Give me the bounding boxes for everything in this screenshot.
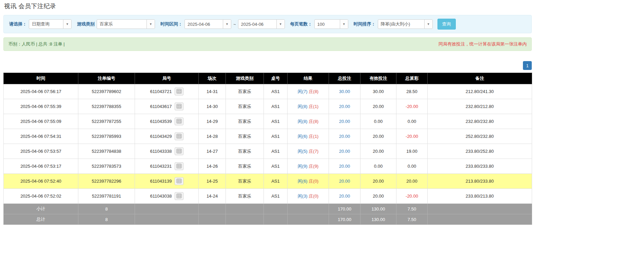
dice-icon [176,104,182,109]
date-range-separator: ~ [233,22,236,27]
sort-order-label: 时间排序： [354,21,376,27]
round-video-button[interactable] [175,117,183,125]
table-row: 2025-04-06 07:56:17522397789602611043721… [4,84,532,99]
total-bet-link[interactable]: 20.00 [339,179,350,184]
cell-valid-bet: 20.00 [360,144,396,159]
round-video-button[interactable] [175,88,183,95]
column-header: 局号 [135,73,199,84]
query-type-dropdown-button[interactable]: ▼ [63,20,71,29]
cell-table-no: AS1 [264,159,288,174]
column-header: 结果 [288,73,329,84]
totals-cell: 7.50 [396,204,428,214]
total-bet-link[interactable]: 20.00 [339,104,350,109]
result-banker: 庄(0) [309,194,318,199]
time-range-label: 时间区间： [160,21,182,27]
cell-game-type: 百家乐 [226,114,264,129]
column-header: 备注 [428,73,532,84]
table-footer: 小计8170.00130.007.50总计8170.00130.007.50 [4,204,532,225]
total-bet-link[interactable]: 20.00 [339,194,350,199]
total-row: 总计8170.00130.007.50 [4,214,532,225]
query-type-input[interactable]: 日期查询 [29,20,63,29]
totals-cell [135,204,199,214]
total-bet-link[interactable]: 20.00 [339,119,350,124]
result-player: 闲(6) [298,179,308,184]
cell-result: 闲(6) 庄(0) [288,174,329,189]
dice-icon [176,149,182,153]
totals-cell: 总计 [4,214,78,225]
cell-remark: 212.80/241.30 [428,84,532,99]
per-page-input[interactable]: 100 [315,20,340,29]
date-from-input[interactable]: 2025-04-06 [185,20,223,29]
cell-round: 611043038 [135,189,199,204]
sort-order-combobox: 降幂(由大到小) ▼ [378,19,433,29]
round-video-button[interactable] [175,132,183,140]
pagination: 1 [3,61,532,70]
bets-table: 时间注单编号局号场次游戏类别桌号结果总投注有效投注总派彩备注 2025-04-0… [3,73,532,225]
date-from-combobox: 2025-04-06 ▼ [184,19,231,29]
total-bet-link[interactable]: 20.00 [339,164,350,169]
main-content: 视讯 会员下注纪录 请选择： 日期查询 ▼ 游戏类别 百家乐 ▼ 时间区间： 2… [3,2,532,225]
game-type-input[interactable]: 百家乐 [97,20,147,29]
cell-total-bet: 20.00 [329,129,360,144]
round-video-button[interactable] [175,162,183,170]
cell-total-bet: 20.00 [329,189,360,204]
cell-time: 2025-04-06 07:55:39 [4,99,78,114]
result-player: 闲(3) [298,194,308,199]
sort-order-input[interactable]: 降幂(由大到小) [378,20,424,29]
totals-cell [199,204,226,214]
pagination-page-1[interactable]: 1 [523,61,532,70]
cell-time: 2025-04-06 07:52:40 [4,174,78,189]
total-bet-link[interactable]: 30.00 [339,89,350,94]
date-from-dropdown-button[interactable]: ▼ [223,20,231,29]
cell-bet-id: 522397782296 [78,174,135,189]
search-button[interactable]: 查询 [437,19,456,30]
cell-result: 闲(7) 庄(8) [288,84,329,99]
cell-time: 2025-04-06 07:53:17 [4,159,78,174]
result-player: 闲(9) [298,164,308,169]
dice-icon [176,119,182,124]
page-title: 视讯 会员下注纪录 [4,2,532,10]
cell-remark: 232.80/212.80 [428,99,532,114]
cell-session: 14-30 [199,99,226,114]
cell-payout: 20.00 [396,174,428,189]
cell-round: 611043617 [135,99,199,114]
table-row: 2025-04-06 07:53:57522397784838611043338… [4,144,532,159]
sort-order-dropdown-button[interactable]: ▼ [424,20,432,29]
cell-bet-id: 522397784838 [78,144,135,159]
per-page-dropdown-button[interactable]: ▼ [340,20,348,29]
cell-result: 闲(3) 庄(0) [288,189,329,204]
totals-cell: 130.00 [360,204,396,214]
result-player: 闲(7) [298,89,308,94]
result-player: 闲(8) [298,119,308,124]
round-video-button[interactable] [175,103,183,110]
dice-icon [176,164,182,168]
totals-cell [288,214,329,225]
total-bet-link[interactable]: 20.00 [339,149,350,154]
round-video-button[interactable] [175,147,183,155]
column-header: 场次 [199,73,226,84]
cell-remark: 233.80/233.80 [428,159,532,174]
cell-payout: 19.00 [396,144,428,159]
result-banker: 庄(1) [309,134,318,139]
per-page-label: 每页笔数： [290,21,312,27]
cell-remark: 233.80/213.80 [428,189,532,204]
cell-bet-id: 522397783573 [78,159,135,174]
cell-game-type: 百家乐 [226,189,264,204]
total-bet-link[interactable]: 20.00 [339,134,350,139]
game-type-dropdown-button[interactable]: ▼ [147,20,155,29]
game-type-label: 游戏类别 [77,21,95,27]
cell-total-bet: 20.00 [329,174,360,189]
filter-bar: 请选择： 日期查询 ▼ 游戏类别 百家乐 ▼ 时间区间： 2025-04-06 … [3,15,532,33]
cell-bet-id: 522397787255 [78,114,135,129]
cell-game-type: 百家乐 [226,129,264,144]
cell-session: 14-25 [199,174,226,189]
result-player: 闲(6) [298,134,308,139]
cell-result: 闲(6) 庄(1) [288,129,329,144]
cell-total-bet: 20.00 [329,114,360,129]
cell-remark: 213.80/233.80 [428,174,532,189]
round-video-button[interactable] [175,177,183,185]
date-to-input[interactable]: 2025-04-06 [238,20,276,29]
date-to-dropdown-button[interactable]: ▼ [276,20,285,29]
cell-game-type: 百家乐 [226,84,264,99]
round-video-button[interactable] [175,192,183,200]
